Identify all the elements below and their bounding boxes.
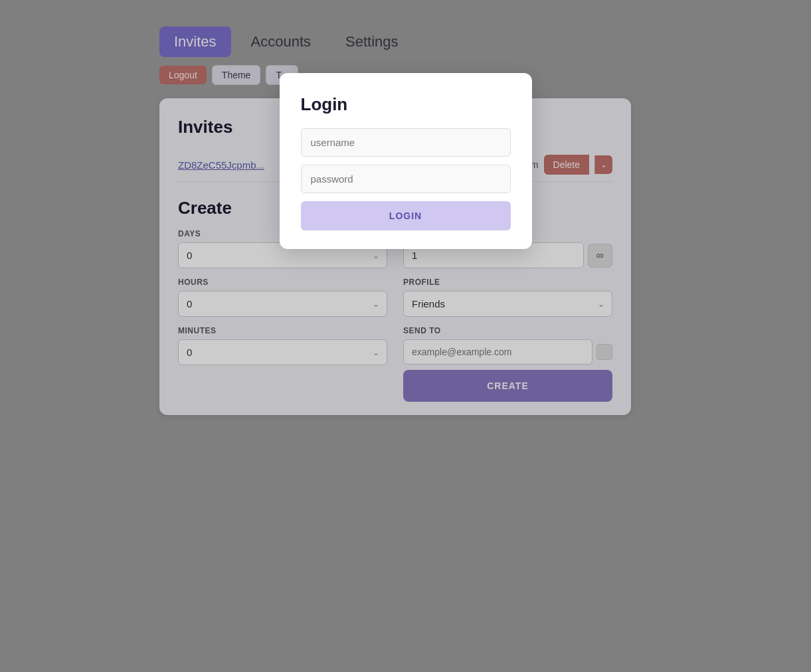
modal-title: Login [301,94,511,115]
username-input[interactable] [301,128,511,157]
login-modal: Login LOGIN [280,73,532,249]
modal-overlay: Login LOGIN [0,0,811,672]
login-button[interactable]: LOGIN [301,201,511,230]
password-input[interactable] [301,165,511,193]
